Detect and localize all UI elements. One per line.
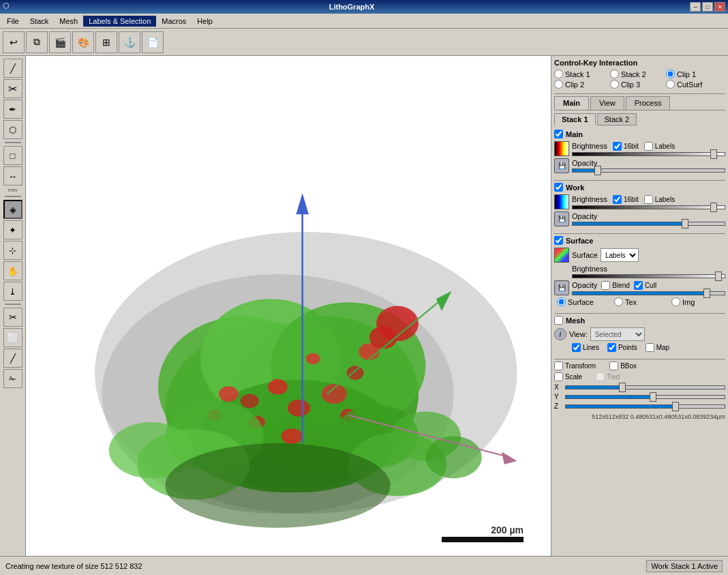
- z-slider[interactable]: [565, 404, 725, 409]
- left-toolbar: ╱ ✂ ✒ ⬡ □ ↔ mm ◈ ✦ ⊹ ✋ ⤓ ✂ ⬜ ╱ ✁: [0, 56, 26, 556]
- tool-cut[interactable]: ✂: [3, 79, 22, 98]
- viewport-svg: [26, 56, 551, 556]
- tied-label[interactable]: Tied: [596, 372, 620, 381]
- y-slider[interactable]: [565, 395, 725, 399]
- main-brightness-slider[interactable]: [572, 152, 725, 156]
- tool-line[interactable]: ╱: [3, 349, 22, 368]
- scale-label: 200 µm: [491, 525, 524, 535]
- bbox-label[interactable]: BBox: [609, 362, 637, 370]
- divider-1: [554, 93, 725, 94]
- mesh-lines-label[interactable]: Lines: [572, 343, 599, 352]
- tool-eraser[interactable]: ⬜: [3, 328, 22, 347]
- mesh-points-check[interactable]: [607, 343, 616, 352]
- radio-stack2[interactable]: Stack 2: [610, 70, 665, 78]
- tool-star[interactable]: ✦: [3, 220, 22, 239]
- svg-point-12: [347, 366, 364, 380]
- tool-move[interactable]: ↔: [3, 166, 22, 186]
- mesh-points-label[interactable]: Points: [607, 343, 637, 352]
- stack2-label: Stack 2: [621, 70, 646, 78]
- toolbar-new[interactable]: 📄: [142, 31, 164, 53]
- radio-stack1[interactable]: Stack 1: [554, 70, 609, 78]
- bbox-check[interactable]: [609, 362, 618, 370]
- mesh-section-label: Mesh: [566, 316, 585, 325]
- title-bar: ⬡ LithoGraphX ─ □ ✕: [0, 0, 728, 14]
- surface-opacity-slider[interactable]: [572, 291, 725, 295]
- mesh-map-label[interactable]: Map: [646, 343, 669, 352]
- toolbar-anchor[interactable]: ⚓: [119, 31, 140, 53]
- work-section-label: Work: [566, 183, 584, 192]
- tool-select[interactable]: ◈: [3, 200, 22, 219]
- viewport[interactable]: 200 µm: [26, 56, 551, 556]
- mesh-map-check[interactable]: [646, 343, 654, 352]
- maximize-button[interactable]: □: [702, 2, 713, 12]
- bottom-info: 512x512x832 0.480531x0.480531x0.0839234µ…: [554, 413, 725, 420]
- tool-anchor[interactable]: ⤓: [3, 282, 22, 301]
- menu-labels[interactable]: Labels & Selection: [83, 16, 156, 27]
- menu-stack[interactable]: Stack: [25, 16, 55, 27]
- surface-radio-surface[interactable]: Surface: [557, 297, 611, 306]
- toolbar-grid[interactable]: ⊞: [95, 31, 117, 53]
- tool-pen[interactable]: ✒: [3, 100, 22, 119]
- surface-radio-tex[interactable]: Tex: [614, 297, 669, 306]
- mesh-lines-check[interactable]: [572, 343, 581, 352]
- scale-label[interactable]: Scale: [554, 372, 582, 381]
- transform-label[interactable]: Transform: [554, 362, 596, 370]
- transform-check[interactable]: [554, 362, 563, 370]
- tool-scissors[interactable]: ✂: [3, 308, 22, 327]
- toolbar-record[interactable]: 🎬: [49, 31, 71, 53]
- separator-1: [5, 142, 21, 143]
- divider-3: [554, 233, 725, 234]
- surface-enable-check[interactable]: [554, 236, 563, 245]
- main-disk-icon: 💾: [554, 158, 569, 173]
- scale-check[interactable]: [554, 372, 563, 381]
- surface-select[interactable]: Labels None Mesh: [601, 248, 639, 262]
- menu-mesh[interactable]: Mesh: [54, 16, 83, 27]
- window-controls[interactable]: ─ □ ✕: [690, 2, 725, 12]
- surface-render-row: Surface Tex Img: [554, 297, 725, 306]
- app-icon: ⬡: [3, 1, 14, 12]
- radio-clip1[interactable]: Clip 1: [666, 70, 721, 78]
- tool-rect[interactable]: □: [3, 146, 22, 165]
- menu-macros[interactable]: Macros: [156, 16, 192, 27]
- surface-disk-icon: 💾: [554, 280, 569, 295]
- tab-main[interactable]: Main: [554, 96, 589, 110]
- tool-cross[interactable]: ⊹: [3, 241, 22, 260]
- tab-view[interactable]: View: [590, 96, 624, 110]
- stack-tab-1[interactable]: Stack 1: [554, 113, 596, 126]
- tied-check[interactable]: [596, 372, 605, 381]
- mesh-enable-check[interactable]: [554, 316, 563, 325]
- mm-label: mm: [8, 187, 17, 193]
- radio-clip3[interactable]: Clip 3: [610, 80, 665, 89]
- toolbar-palette[interactable]: 🎨: [72, 31, 94, 53]
- surface-color-swatch: [554, 248, 569, 263]
- svg-point-15: [288, 400, 310, 417]
- control-key-title: Control-Key Interaction: [554, 59, 725, 67]
- tab-process[interactable]: Process: [626, 96, 671, 110]
- surface-brightness-slider[interactable]: [572, 274, 725, 278]
- work-enable-check[interactable]: [554, 183, 563, 192]
- mesh-section-header: Mesh: [554, 316, 725, 325]
- toolbar-stack[interactable]: ⧉: [26, 31, 48, 53]
- tool-hex[interactable]: ⬡: [3, 120, 22, 139]
- mesh-view-select[interactable]: Selected All None: [590, 327, 645, 341]
- menu-file[interactable]: File: [1, 16, 25, 27]
- work-brightness-slider[interactable]: [572, 205, 725, 209]
- x-slider[interactable]: [565, 385, 725, 389]
- tool-arrow[interactable]: ╱: [3, 59, 22, 78]
- minimize-button[interactable]: ─: [690, 2, 701, 12]
- main-opacity-slider[interactable]: [572, 168, 725, 173]
- toolbar-undo[interactable]: ↩: [3, 31, 25, 53]
- main-opacity-container: Opacity: [572, 159, 725, 173]
- menu-help[interactable]: Help: [192, 16, 218, 27]
- surface-radio-img[interactable]: Img: [671, 297, 726, 306]
- main-enable-check[interactable]: [554, 130, 563, 138]
- svg-point-16: [241, 394, 259, 409]
- stack-tab-2[interactable]: Stack 2: [597, 113, 637, 126]
- tool-cut2[interactable]: ✁: [3, 369, 22, 388]
- tool-hand[interactable]: ✋: [3, 261, 22, 280]
- app-title: LithoGraphX: [14, 3, 690, 11]
- radio-cutsurf[interactable]: CutSurf: [666, 80, 721, 89]
- radio-clip2[interactable]: Clip 2: [554, 80, 609, 89]
- work-opacity-slider[interactable]: [572, 222, 725, 226]
- close-button[interactable]: ✕: [714, 2, 725, 12]
